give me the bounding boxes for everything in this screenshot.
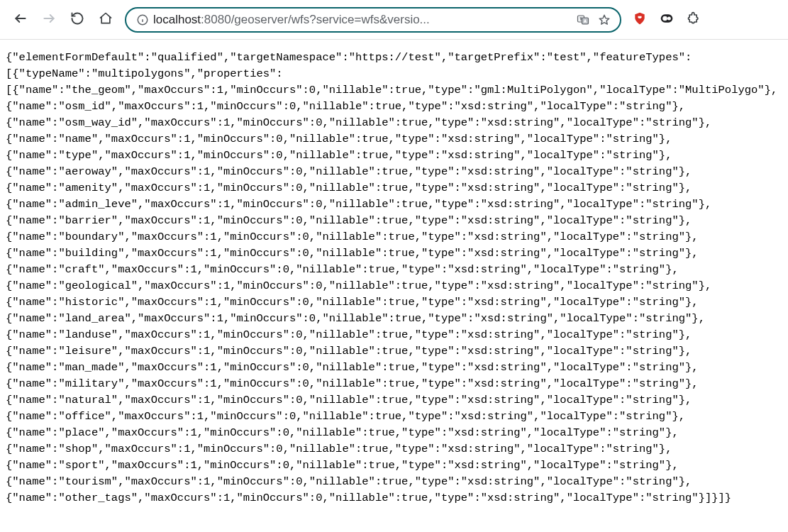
puzzle-icon [687, 11, 701, 28]
browser-toolbar: localhost:8080/geoserver/wfs?service=wfs… [0, 0, 788, 40]
forward-button[interactable] [37, 8, 61, 32]
svg-marker-7 [599, 15, 609, 24]
toggle-icon [660, 11, 674, 28]
response-body: {"elementFormDefault":"qualified","targe… [0, 40, 788, 516]
extension-ublock[interactable] [628, 9, 651, 31]
arrow-right-icon [42, 11, 56, 28]
svg-point-10 [662, 16, 667, 21]
site-info-icon[interactable] [136, 13, 149, 26]
translate-icon[interactable] [575, 11, 592, 28]
url-host: localhost [153, 13, 201, 26]
reload-button[interactable] [65, 8, 89, 32]
svg-point-11 [667, 16, 671, 20]
bookmark-star-icon[interactable] [596, 11, 613, 28]
shield-stop-icon [633, 11, 647, 28]
extensions-menu-button[interactable] [682, 9, 705, 31]
arrow-left-icon [13, 11, 28, 28]
extension-toggle[interactable] [655, 9, 678, 31]
url-text: localhost:8080/geoserver/wfs?service=wfs… [153, 13, 570, 27]
url-rest: :8080/geoserver/wfs?service=wfs&versio..… [201, 13, 430, 26]
home-button[interactable] [94, 8, 118, 32]
back-button[interactable] [9, 8, 33, 32]
reload-icon [70, 11, 84, 28]
address-bar[interactable]: localhost:8080/geoserver/wfs?service=wfs… [125, 7, 621, 33]
home-icon [99, 11, 113, 28]
